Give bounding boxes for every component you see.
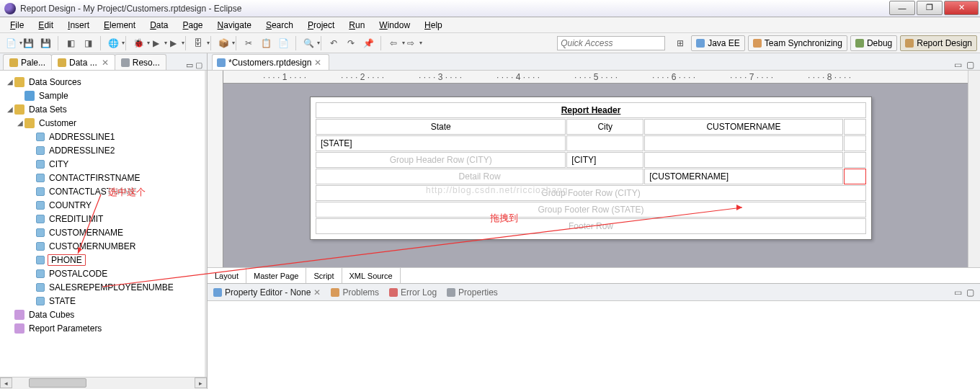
data-explorer-tree[interactable]: ◢Data SourcesSample◢Data Sets◢CustomerAD… <box>0 71 205 339</box>
empty-cell[interactable] <box>644 135 843 151</box>
tree-twisty-icon[interactable]: ◢ <box>16 119 24 127</box>
run-button[interactable]: ▶▾ <box>148 35 164 51</box>
view-tab-pale[interactable]: Pale... <box>3 54 52 70</box>
group-footer-city-label[interactable]: Group Footer Row (CITY) <box>316 185 866 201</box>
editor-minimize-icon[interactable]: ▭ <box>954 60 962 70</box>
report-page[interactable]: Report Header StateCityCUSTOMERNAME [STA… <box>310 97 872 240</box>
undo-button[interactable]: ↶ <box>326 35 342 51</box>
tree-item-city[interactable]: CITY <box>3 157 202 171</box>
group-header-city-label[interactable]: Group Header Row (CITY) <box>316 152 566 168</box>
maximize-button[interactable]: ❐ <box>917 1 943 15</box>
copy-button[interactable]: 📋 <box>258 35 274 51</box>
menu-search[interactable]: Search <box>259 19 300 32</box>
minimize-button[interactable]: — <box>889 1 915 15</box>
close-tab-icon[interactable]: ✕ <box>314 58 321 68</box>
horizontal-scrollbar[interactable]: ◂ ▸ <box>0 377 207 389</box>
customername-data-cell[interactable]: [CUSTOMERNAME] <box>644 169 843 184</box>
report-table[interactable]: Report Header StateCityCUSTOMERNAME [STA… <box>315 102 867 235</box>
menu-help[interactable]: Help <box>417 19 450 32</box>
menu-window[interactable]: Window <box>372 19 417 32</box>
editor-subtab-layout[interactable]: Layout <box>208 268 246 283</box>
prop-tab-error-log[interactable]: Error Log <box>389 287 437 298</box>
column-header-cell[interactable]: CUSTOMERNAME <box>644 119 843 135</box>
prop-tab-property-editor-none[interactable]: Property Editor - None✕ <box>213 287 321 298</box>
prop-minimize-icon[interactable]: ▭ <box>954 287 962 298</box>
menu-page[interactable]: Page <box>176 19 210 32</box>
tree-item-customername[interactable]: CUSTOMERNAME <box>3 225 202 239</box>
close-prop-tab-icon[interactable]: ✕ <box>313 287 321 298</box>
menu-run[interactable]: Run <box>342 19 372 32</box>
perspective-report-design[interactable]: Report Design <box>900 35 977 51</box>
close-view-icon[interactable]: ✕ <box>102 58 109 68</box>
menu-insert[interactable]: Insert <box>61 19 97 32</box>
drop-target-cell[interactable] <box>844 169 866 184</box>
menu-project[interactable]: Project <box>300 19 342 32</box>
tree-item-phone[interactable]: PHONE <box>3 253 202 267</box>
close-button[interactable]: ✕ <box>944 1 979 15</box>
view-tab-reso[interactable]: Reso... <box>115 54 166 70</box>
detail-row-label[interactable]: Detail Row <box>316 169 643 184</box>
nav-back-button[interactable]: ⇦▾ <box>386 35 401 51</box>
prop-tab-properties[interactable]: Properties <box>447 287 498 298</box>
tree-item-addressline2[interactable]: ADDRESSLINE2 <box>3 143 202 157</box>
search-button[interactable]: 🔍▾ <box>300 35 316 51</box>
perspective-java-ee[interactable]: Java EE <box>691 35 745 51</box>
tree-twisty-icon[interactable]: ◢ <box>6 78 14 86</box>
new-button[interactable]: 📄▾ <box>3 35 19 51</box>
tree-item-contactlastname[interactable]: CONTACTLASTNAME <box>3 184 202 198</box>
column-header-cell[interactable]: State <box>316 119 566 135</box>
nav-fwd-button[interactable]: ⇨▾ <box>403 35 419 51</box>
menu-edit[interactable]: Edit <box>31 19 61 32</box>
group-footer-state-label[interactable]: Group Footer Row (STATE) <box>316 202 866 218</box>
perspective-debug[interactable]: Debug <box>850 35 897 51</box>
footer-row-label[interactable]: Footer Row <box>316 218 866 234</box>
view-minimize-icon[interactable]: ▭ ▢ <box>186 61 202 70</box>
editor-maximize-icon[interactable]: ▢ <box>966 60 974 70</box>
run-ext-button[interactable]: ▶▾ <box>165 35 181 51</box>
open-perspective-button[interactable]: ⊞ <box>672 35 688 51</box>
empty-cell[interactable] <box>844 152 866 168</box>
column-header-cell[interactable]: City <box>566 119 643 135</box>
menu-navigate[interactable]: Navigate <box>210 19 259 32</box>
menu-file[interactable]: File <box>3 19 31 32</box>
menu-element[interactable]: Element <box>97 19 143 32</box>
menu-data[interactable]: Data <box>143 19 175 32</box>
scroll-left-arrow[interactable]: ◂ <box>0 377 12 388</box>
editor-subtab-script[interactable]: Script <box>306 268 342 283</box>
quick-access-input[interactable] <box>557 36 665 50</box>
view-tab-data[interactable]: Data ...✕ <box>51 54 115 70</box>
tree-item-state[interactable]: STATE <box>3 294 202 308</box>
column-header-cell[interactable] <box>844 119 866 135</box>
tree-item-salesrepemployeenumbe[interactable]: SALESREPEMPLOYEENUMBE <box>3 280 202 294</box>
prop-maximize-icon[interactable]: ▢ <box>966 287 974 298</box>
scroll-thumb[interactable] <box>29 378 86 388</box>
empty-cell[interactable] <box>566 135 643 151</box>
city-data-cell[interactable]: [CITY] <box>566 152 643 168</box>
tree-item-addressline1[interactable]: ADDRESSLINE1 <box>3 130 202 143</box>
editor-subtab-master-page[interactable]: Master Page <box>246 268 306 283</box>
toggle-button-1[interactable]: ◧ <box>63 35 79 51</box>
paste-button[interactable]: 📄 <box>275 35 291 51</box>
cut-button[interactable]: ✂ <box>241 35 257 51</box>
new-package-button[interactable]: 📦▾ <box>215 35 231 51</box>
new-server-button[interactable]: 🗄▾ <box>190 35 206 51</box>
tree-item-data-sources[interactable]: ◢Data Sources <box>3 75 202 89</box>
debug-button[interactable]: 🐞▾ <box>130 35 146 51</box>
tree-item-report-parameters[interactable]: Report Parameters <box>3 321 202 335</box>
tree-item-creditlimit[interactable]: CREDITLIMIT <box>3 212 202 225</box>
empty-cell[interactable] <box>644 152 843 168</box>
toggle-button-2[interactable]: ◨ <box>80 35 96 51</box>
report-header-cell[interactable]: Report Header <box>316 102 866 118</box>
tree-item-data-sets[interactable]: ◢Data Sets <box>3 102 202 116</box>
prop-tab-problems[interactable]: Problems <box>331 287 379 298</box>
tree-item-contactfirstname[interactable]: CONTACTFIRSTNAME <box>3 171 202 184</box>
tree-item-country[interactable]: COUNTRY <box>3 198 202 212</box>
tree-item-sample[interactable]: Sample <box>3 89 202 102</box>
run-report-button[interactable]: 🌐▾ <box>105 35 121 51</box>
report-canvas[interactable]: Report Header StateCityCUSTOMERNAME [STA… <box>223 84 968 267</box>
perspective-team-synchronizing[interactable]: Team Synchronizing <box>748 35 847 51</box>
tree-item-customernumber[interactable]: CUSTOMERNUMBER <box>3 239 202 253</box>
tree-item-data-cubes[interactable]: Data Cubes <box>3 308 202 321</box>
vertical-scrollbar[interactable] <box>968 71 980 267</box>
save-all-button[interactable]: 💾 <box>37 35 53 51</box>
